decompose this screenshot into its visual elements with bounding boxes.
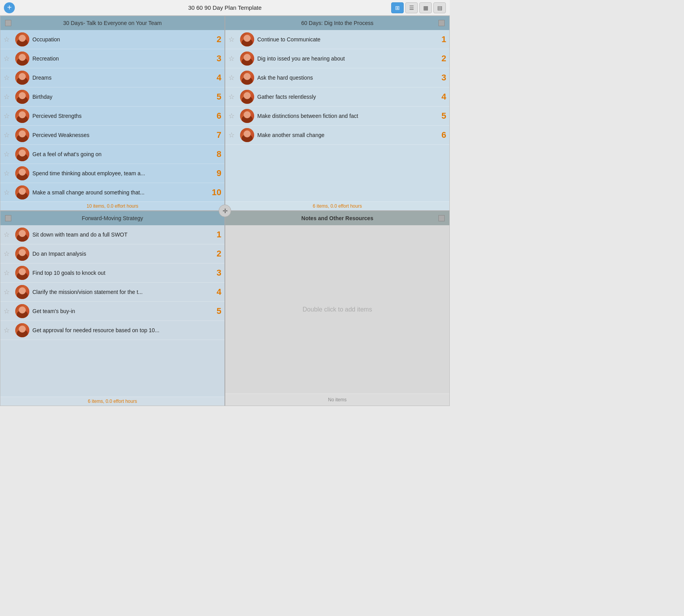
item-text: Get approval for needed resource based o…: [32, 327, 210, 333]
list-item[interactable]: ☆ Get team's buy-in 5: [0, 302, 224, 321]
chart-view-button[interactable]: ▤: [433, 2, 446, 13]
q2-checkbox[interactable]: [438, 20, 445, 26]
calendar-view-button[interactable]: ▦: [419, 2, 432, 13]
quadrant-strategy: Forward-Moving Strategy ☆ Sit down with …: [0, 211, 225, 406]
add-items-hint[interactable]: Double click to add items: [225, 225, 449, 393]
star-icon[interactable]: ☆: [4, 326, 12, 335]
item-text: Ask the hard questions: [257, 75, 435, 81]
resize-drag-handle[interactable]: ✛: [219, 205, 231, 217]
list-item[interactable]: ☆ Find top 10 goals to knock out 3: [0, 263, 224, 283]
star-icon[interactable]: ☆: [4, 73, 12, 82]
avatar: [15, 247, 29, 261]
item-number: 6: [435, 130, 446, 140]
list-item[interactable]: ☆ Clarify the mission/vision statement f…: [0, 283, 224, 302]
item-text: Birthday: [32, 94, 210, 100]
q3-footer: 6 items, 0.0 effort hours: [0, 397, 224, 406]
star-icon[interactable]: ☆: [4, 131, 12, 139]
avatar: [15, 304, 29, 318]
q1-checkbox[interactable]: [5, 20, 11, 26]
avatar: [15, 166, 29, 180]
title-bar: + 30 60 90 Day Plan Template ⊞ ☰ ▦ ▤: [0, 0, 450, 16]
avatar: [15, 285, 29, 299]
item-text: Sit down with team and do a full SWOT: [32, 231, 210, 238]
star-icon[interactable]: ☆: [4, 230, 12, 239]
list-item[interactable]: ☆ Get approval for needed resource based…: [0, 321, 224, 340]
item-number: 5: [435, 111, 446, 121]
q4-checkbox[interactable]: [438, 215, 445, 221]
q4-title: Notes and Other Resources: [236, 215, 438, 221]
star-icon[interactable]: ☆: [4, 307, 12, 315]
avatar: [15, 52, 29, 66]
list-item[interactable]: ☆ Dreams 4: [0, 68, 224, 87]
avatar: [240, 52, 254, 66]
star-icon[interactable]: ☆: [4, 188, 12, 197]
add-items-hint-text: Double click to add items: [303, 306, 372, 313]
window-title: 30 60 90 Day Plan Template: [188, 4, 262, 11]
avatar: [15, 266, 29, 280]
list-item[interactable]: ☆ Dig into issed you are hearing about 2: [225, 49, 449, 68]
star-icon[interactable]: ☆: [4, 249, 12, 258]
star-icon[interactable]: ☆: [228, 131, 237, 139]
view-controls: ⊞ ☰ ▦ ▤: [391, 2, 446, 13]
item-text: Spend time thinking about employee, team…: [32, 170, 210, 176]
avatar: [15, 323, 29, 337]
list-item[interactable]: ☆ Percieved Weaknesses 7: [0, 126, 224, 145]
avatar: [15, 128, 29, 142]
item-number: 10: [210, 187, 221, 198]
star-icon[interactable]: ☆: [4, 112, 12, 120]
quadrant-notes: Notes and Other Resources Double click t…: [225, 211, 450, 406]
star-icon[interactable]: ☆: [228, 73, 237, 82]
q3-header: Forward-Moving Strategy: [0, 211, 224, 225]
star-icon[interactable]: ☆: [4, 169, 12, 178]
q3-checkbox[interactable]: [5, 215, 11, 221]
item-number: 4: [210, 287, 221, 297]
main-grid: 30 Days- Talk to Everyone on Your Team ☆…: [0, 16, 450, 406]
list-item[interactable]: ☆ Occupation 2: [0, 30, 224, 49]
item-text: Percieved Weaknesses: [32, 132, 210, 138]
list-item[interactable]: ☆ Make another small change 6: [225, 126, 449, 145]
list-item[interactable]: ☆ Make a small change around something t…: [0, 183, 224, 201]
q4-items-list[interactable]: Double click to add items: [225, 225, 449, 393]
quadrant-60days: 60 Days: Dig Into the Process ☆ Continue…: [225, 16, 450, 211]
list-item[interactable]: ☆ Continue to Communicate 1: [225, 30, 449, 49]
grid-view-button[interactable]: ⊞: [391, 2, 404, 13]
list-item[interactable]: ☆ Get a feel of what's going on 8: [0, 145, 224, 164]
avatar: [15, 147, 29, 161]
star-icon[interactable]: ☆: [228, 112, 237, 120]
q3-items-list: ☆ Sit down with team and do a full SWOT …: [0, 225, 224, 397]
avatar: [240, 32, 254, 46]
list-item[interactable]: ☆ Sit down with team and do a full SWOT …: [0, 225, 224, 244]
item-number: 1: [435, 34, 446, 45]
avatar: [15, 185, 29, 199]
item-text: Get a feel of what's going on: [32, 151, 210, 157]
list-item[interactable]: ☆ Gather facts relentlessly 4: [225, 87, 449, 107]
avatar: [15, 71, 29, 85]
list-item[interactable]: ☆ Percieved Strengths 6: [0, 107, 224, 126]
item-number: 4: [435, 92, 446, 102]
list-item[interactable]: ☆ Birthday 5: [0, 87, 224, 107]
q1-header: 30 Days- Talk to Everyone on Your Team: [0, 16, 224, 30]
q4-footer: No items: [225, 393, 449, 406]
star-icon[interactable]: ☆: [4, 54, 12, 63]
list-item[interactable]: ☆ Ask the hard questions 3: [225, 68, 449, 87]
q2-footer: 6 items, 0.0 effort hours: [225, 201, 449, 210]
list-item[interactable]: ☆ Make distinctions between fiction and …: [225, 107, 449, 126]
item-number: 3: [210, 53, 221, 64]
star-icon[interactable]: ☆: [4, 35, 12, 44]
item-number: 6: [210, 111, 221, 121]
add-button[interactable]: +: [4, 2, 15, 13]
list-item[interactable]: ☆ Spend time thinking about employee, te…: [0, 164, 224, 183]
star-icon[interactable]: ☆: [4, 288, 12, 296]
star-icon[interactable]: ☆: [228, 93, 237, 101]
star-icon[interactable]: ☆: [4, 269, 12, 277]
star-icon[interactable]: ☆: [4, 93, 12, 101]
list-item[interactable]: ☆ Recreation 3: [0, 49, 224, 68]
star-icon[interactable]: ☆: [228, 54, 237, 63]
list-view-button[interactable]: ☰: [405, 2, 418, 13]
star-icon[interactable]: ☆: [4, 150, 12, 158]
star-icon[interactable]: ☆: [228, 35, 237, 44]
item-number: 5: [210, 306, 221, 316]
list-item[interactable]: ☆ Do an Impact analysis 2: [0, 244, 224, 263]
item-number: 2: [435, 53, 446, 64]
item-text: Occupation: [32, 36, 210, 43]
